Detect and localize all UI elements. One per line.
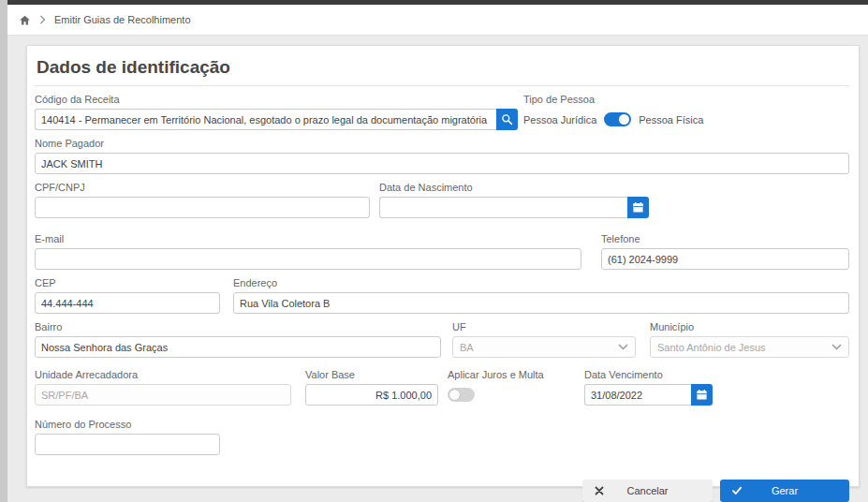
cep-label: CEP — [35, 277, 220, 288]
field-telefone: Telefone — [601, 233, 849, 270]
home-icon[interactable] — [19, 14, 31, 26]
search-icon — [501, 113, 513, 126]
nome-pagador-input[interactable] — [35, 153, 849, 174]
data-vencimento-input[interactable] — [584, 384, 691, 406]
nome-pagador-label: Nome Pagador — [35, 138, 849, 149]
breadcrumb-current-page: Emitir Guias de Recolhimento — [54, 14, 191, 25]
field-codigo-receita: Código da Receita — [35, 94, 518, 130]
cancel-button-label: Cancelar — [626, 485, 668, 496]
app-window: Emitir Guias de Recolhimento Dados de id… — [7, 0, 868, 502]
aplicar-juros-toggle[interactable] — [448, 388, 475, 402]
field-numero-processo: Número do Processo — [35, 419, 220, 455]
numero-processo-label: Número do Processo — [35, 419, 220, 430]
cancel-button[interactable]: Cancelar — [582, 480, 713, 502]
field-cpf-cnpj: CPF/CNPJ — [35, 182, 370, 218]
valor-base-label: Valor Base — [305, 369, 438, 380]
breadcrumb: Emitir Guias de Recolhimento — [7, 5, 868, 36]
unidade-arrecadadora-input — [35, 384, 291, 406]
tipo-pessoa-option-fisica: Pessoa Física — [639, 114, 703, 126]
generate-button[interactable]: Gerar — [720, 480, 849, 502]
cpf-cnpj-label: CPF/CNPJ — [35, 182, 370, 193]
field-email: E-mail — [35, 233, 581, 270]
bairro-label: Bairro — [35, 321, 441, 332]
tipo-pessoa-toggle[interactable] — [604, 112, 631, 126]
breadcrumb-chevron-icon — [39, 15, 46, 24]
field-valor-base: Valor Base — [305, 369, 438, 406]
field-data-nascimento: Data de Nascimento — [379, 182, 649, 218]
close-icon — [595, 486, 604, 495]
bairro-input[interactable] — [35, 336, 441, 358]
field-unidade-arrecadadora: Unidade Arrecadadora — [35, 369, 291, 406]
endereco-label: Endereço — [233, 277, 849, 288]
uf-select-value: BA — [460, 342, 618, 353]
cep-input[interactable] — [35, 292, 220, 314]
aplicar-juros-label: Aplicar Juros e Multa — [448, 369, 584, 380]
email-input[interactable] — [35, 248, 581, 270]
data-nascimento-calendar-button[interactable] — [627, 197, 649, 218]
generate-button-label: Gerar — [772, 485, 798, 496]
data-nascimento-input[interactable] — [379, 197, 627, 218]
toggle-knob — [619, 114, 629, 125]
toggle-knob — [449, 390, 460, 400]
calendar-icon — [632, 201, 644, 214]
data-vencimento-label: Data Vencimento — [584, 369, 713, 380]
field-tipo-pessoa: Tipo de Pessoa Pessoa Jurídica Pessoa Fí… — [523, 94, 849, 130]
codigo-receita-label: Código da Receita — [35, 94, 518, 105]
field-endereco: Endereço — [233, 277, 849, 314]
page-title: Dados de identificação — [37, 57, 230, 77]
cpf-cnpj-input[interactable] — [35, 197, 370, 218]
uf-label: UF — [452, 321, 636, 332]
codigo-receita-input[interactable] — [35, 109, 496, 130]
form-actions: Cancelar Gerar — [35, 480, 849, 502]
chevron-down-icon — [618, 344, 628, 350]
numero-processo-input[interactable] — [35, 434, 220, 455]
field-cep: CEP — [35, 277, 220, 314]
email-label: E-mail — [35, 233, 581, 244]
telefone-input[interactable] — [601, 248, 849, 270]
field-bairro: Bairro — [35, 321, 441, 358]
field-data-vencimento: Data Vencimento — [584, 369, 713, 406]
field-municipio: Município Santo Antônio de Jesus — [650, 321, 849, 358]
municipio-select: Santo Antônio de Jesus — [650, 336, 849, 358]
telefone-label: Telefone — [601, 233, 849, 244]
municipio-select-value: Santo Antônio de Jesus — [657, 342, 831, 353]
calendar-icon — [696, 389, 708, 401]
tipo-pessoa-option-juridica: Pessoa Jurídica — [523, 114, 596, 126]
unidade-arrecadadora-label: Unidade Arrecadadora — [35, 369, 291, 380]
endereco-input[interactable] — [233, 292, 849, 314]
codigo-receita-search-button[interactable] — [496, 109, 518, 130]
data-vencimento-calendar-button[interactable] — [691, 384, 713, 406]
field-nome-pagador: Nome Pagador — [35, 138, 849, 174]
tipo-pessoa-label: Tipo de Pessoa — [523, 94, 849, 105]
chevron-down-icon — [831, 344, 842, 350]
form-card: Dados de identificação Código da Receita… — [26, 45, 860, 487]
uf-select: BA — [452, 336, 636, 358]
municipio-label: Município — [650, 321, 849, 332]
data-nascimento-label: Data de Nascimento — [379, 182, 649, 193]
card-header: Dados de identificação — [35, 46, 849, 86]
valor-base-input[interactable] — [305, 384, 438, 406]
check-icon — [732, 486, 742, 495]
field-aplicar-juros: Aplicar Juros e Multa — [448, 369, 584, 406]
field-uf: UF BA — [452, 321, 636, 358]
